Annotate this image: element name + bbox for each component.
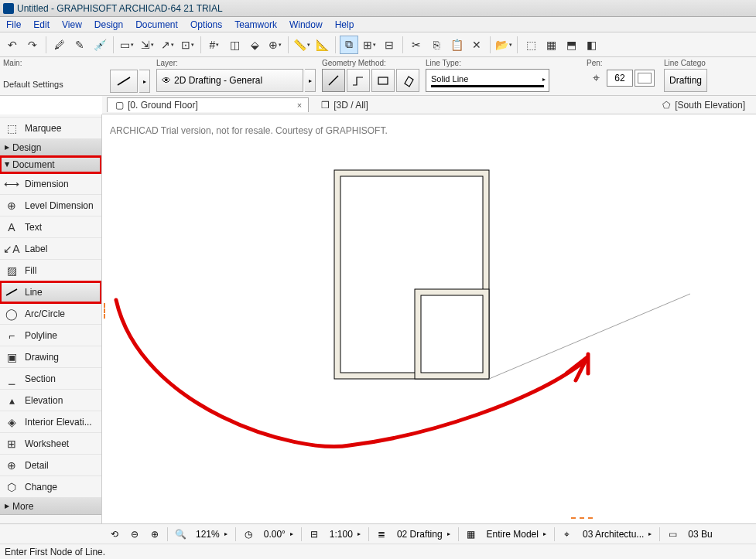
main-toolbar: ↶ ↷ 🖉 ✎ 💉 ▭▾ ⇲▾ ↗▾ ⊡▾ #▾ ◫ ⬙ ⊕▾ 📏▾ 📐 ⧉ ⊞… <box>0 32 756 57</box>
tool-section[interactable]: ⎯ Section <box>0 368 101 390</box>
zoom-in-button[interactable]: ⊕ <box>147 527 162 542</box>
menu-file[interactable]: File <box>0 18 27 32</box>
tool-polyline[interactable]: ⌐ Polyline <box>0 325 101 346</box>
element-snap-button[interactable]: ◫ <box>225 36 244 54</box>
cursor-snap-button[interactable]: ▭▾ <box>118 36 136 54</box>
geom-rotated-rect-button[interactable] <box>396 69 419 92</box>
dimension-std-value[interactable]: 03 Architectu...▸ <box>580 529 655 540</box>
snap-guides-button[interactable]: ↗▾ <box>158 36 176 54</box>
tool-elevation[interactable]: ▴ Elevation <box>0 390 101 411</box>
layer-selector[interactable]: 👁 2D Drafting - General <box>156 69 303 92</box>
ruler-button[interactable]: 📏▾ <box>292 36 311 54</box>
tool-label: Drawing <box>25 352 59 363</box>
floor-plan-button[interactable]: ▦ <box>542 36 560 54</box>
tool-change[interactable]: ⬡ Change <box>0 476 101 498</box>
geom-chained-line-button[interactable] <box>347 69 370 92</box>
zoom-reset-button[interactable]: ⟲ <box>107 527 122 542</box>
menu-help[interactable]: Help <box>329 18 361 32</box>
infobar-linetype-label: Line Type: <box>426 59 549 67</box>
trace-reference-button[interactable]: ⧉ <box>340 36 358 54</box>
menu-window[interactable]: Window <box>283 18 329 32</box>
tab-ground-floor[interactable]: ▢ [0. Ground Floor] × <box>107 97 309 112</box>
cut-button[interactable]: ✂ <box>407 36 426 54</box>
pick-parameters-button[interactable]: 🖉 <box>50 36 69 54</box>
grid-snap-button[interactable]: #▾ <box>205 36 224 54</box>
info-bar: Main: Default Settings ▸ Layer: 👁 2D Dra… <box>0 57 756 96</box>
tool-detail[interactable]: ⊕ Detail <box>0 455 101 476</box>
guide-lines-button[interactable]: ⇲▾ <box>138 36 156 54</box>
paste-button[interactable]: 📋 <box>447 36 466 54</box>
tool-drawing[interactable]: ▣ Drawing <box>0 346 101 368</box>
undo-button[interactable]: ↶ <box>3 36 22 54</box>
tool-level-dimension[interactable]: ⊕ Level Dimension <box>0 195 101 216</box>
tool-preview-button[interactable] <box>110 70 138 93</box>
tab-label: [0. Ground Floor] <box>128 100 198 111</box>
zoom-out-button[interactable]: ⊖ <box>127 527 142 542</box>
tool-label[interactable]: ↙A Label <box>0 238 101 260</box>
text-icon: A <box>3 220 20 234</box>
menu-view[interactable]: View <box>56 18 88 32</box>
toolgroup-design[interactable]: ▶ Design <box>0 139 101 156</box>
tool-label: Section <box>25 373 56 384</box>
measure-button[interactable]: 📐 <box>313 36 331 54</box>
menu-teamwork[interactable]: Teamwork <box>228 18 283 32</box>
layer-combo-value[interactable]: 02 Drafting▸ <box>394 529 453 540</box>
pen-color-swatch[interactable] <box>635 70 655 87</box>
drawing-canvas[interactable]: ARCHICAD Trial version, not for resale. … <box>102 114 756 523</box>
tab-south-elevation[interactable]: ⬠ [South Elevation] <box>655 98 751 112</box>
title-bar: Untitled - GRAPHISOFT ARCHICAD-64 21 TRI… <box>0 0 756 17</box>
scale-value[interactable]: 1:100▸ <box>327 529 364 540</box>
line-category-selector[interactable]: Drafting <box>664 69 707 92</box>
tool-fill[interactable]: ▨ Fill <box>0 260 101 281</box>
tool-preview-dropdown[interactable]: ▸ <box>139 70 150 93</box>
eyedropper-button[interactable]: ✎ <box>70 36 89 54</box>
level-dimension-icon: ⊕ <box>3 199 20 213</box>
tool-marquee[interactable]: ⬚ Marquee <box>0 118 101 139</box>
tool-arc[interactable]: ◯ Arc/Circle <box>0 303 101 325</box>
tab-3d-all[interactable]: ❒ [3D / All] <box>313 98 375 112</box>
gravity-button[interactable]: ⊕▾ <box>265 36 284 54</box>
open-view-button[interactable]: 📂▾ <box>494 36 513 54</box>
orientation-button[interactable]: ◷ <box>241 527 256 542</box>
layer-dropdown[interactable]: ▸ <box>305 69 316 92</box>
angle-value[interactable]: 0.00°▸ <box>261 529 296 540</box>
tool-worksheet[interactable]: ⊞ Worksheet <box>0 433 101 455</box>
tool-label: Text <box>25 222 42 233</box>
extra-value[interactable]: 03 Bu <box>685 529 715 540</box>
geom-single-line-button[interactable] <box>322 69 345 92</box>
menu-document[interactable]: Document <box>129 18 184 32</box>
geom-rect-button[interactable] <box>371 69 395 92</box>
svg-line-1 <box>329 76 338 85</box>
menu-options[interactable]: Options <box>184 18 228 32</box>
tool-label: Fill <box>25 265 36 276</box>
trace-options-button[interactable]: ⊞▾ <box>360 36 378 54</box>
tool-dimension[interactable]: ⟷ Dimension <box>0 173 101 195</box>
eye-icon: 👁 <box>162 75 171 86</box>
snap-points-button[interactable]: ⊡▾ <box>178 36 197 54</box>
copy-button[interactable]: ⎘ <box>427 36 446 54</box>
suspend-groups-button[interactable]: ⊟ <box>380 36 399 54</box>
delete-button[interactable]: ✕ <box>467 36 486 54</box>
line-tool-icon <box>3 285 20 299</box>
show-3d-button[interactable]: ⬚ <box>522 36 540 54</box>
redo-button[interactable]: ↷ <box>23 36 42 54</box>
toolbox: ↖ Arrow ⬚ Marquee ▶ Design ▶ Document ⟷ … <box>0 114 102 523</box>
tool-text[interactable]: A Text <box>0 216 101 238</box>
inject-button[interactable]: 💉 <box>91 36 109 54</box>
zoom-fit-button[interactable]: 🔍 <box>173 527 188 542</box>
menu-edit[interactable]: Edit <box>27 18 56 32</box>
surface-snap-button[interactable]: ⬙ <box>245 36 264 54</box>
model-view-value[interactable]: Entire Model▸ <box>484 529 549 540</box>
linetype-selector[interactable]: Solid Line ▸ <box>426 69 549 92</box>
pen-number-input[interactable] <box>607 70 633 87</box>
zoom-value[interactable]: 121%▸ <box>193 529 231 540</box>
tool-line[interactable]: Line <box>0 281 101 303</box>
elevation-view-button[interactable]: ◧ <box>582 36 600 54</box>
close-icon[interactable]: × <box>297 101 302 110</box>
tool-interior-elevation[interactable]: ◈ Interior Elevati... <box>0 411 101 433</box>
toolgroup-more[interactable]: ▶ More <box>0 498 101 515</box>
layout-button[interactable]: ⬒ <box>562 36 580 54</box>
toolgroup-document[interactable]: ▶ Document <box>0 156 101 173</box>
menu-design[interactable]: Design <box>88 18 129 32</box>
tool-label: Label <box>25 244 47 254</box>
